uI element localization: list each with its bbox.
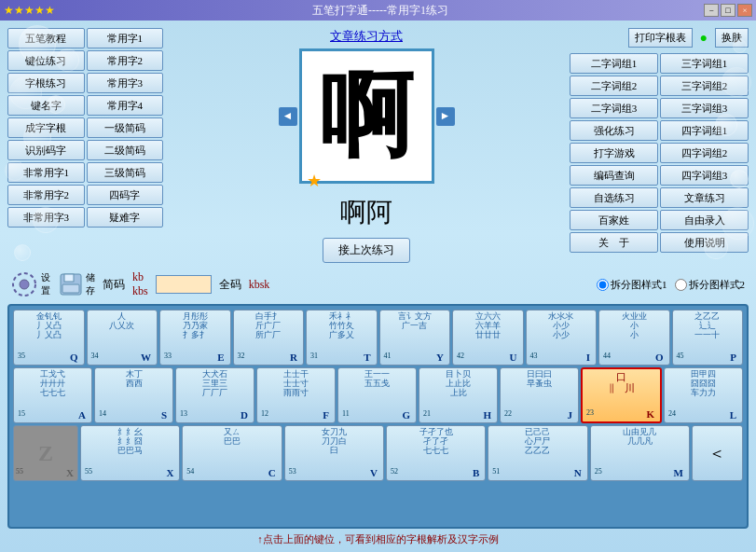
save-icon-area[interactable]: 储存 — [58, 271, 95, 297]
menu-row-6: 识别码字 二级简码 — [7, 140, 163, 160]
practice-mode-link[interactable]: 文章练习方式 — [330, 28, 403, 45]
menu-btn-sizici2[interactable]: 四字词组2 — [660, 143, 749, 163]
menu-btn-changyong3[interactable]: 常用字3 — [87, 73, 164, 93]
right-menu: 打印字根表 打印字根表 ● 换肤 二字词组1 三字词组1 二字词组2 三字词组2… — [566, 24, 752, 267]
menu-row-1: 五笔教程 常用字1 — [7, 28, 163, 48]
key-z[interactable]: Z 55 X — [13, 425, 78, 481]
key-n[interactable]: 已己己心尸尸乙乙乙 51 N — [488, 425, 587, 481]
menu-btn-sizici1[interactable]: 四字词组1 — [660, 120, 749, 141]
menu-btn-shiyong[interactable]: 使用说明 — [660, 232, 749, 253]
close-button[interactable]: × — [737, 4, 752, 17]
key-r[interactable]: 白手扌斤广厂所广厂 32 R — [233, 310, 305, 366]
menu-btn-yiji[interactable]: 一级简码 — [87, 117, 164, 138]
menu-btn-erzici1[interactable]: 二字词组1 — [570, 53, 658, 74]
key-l[interactable]: 田甲四囧囧囧车力力 24 L — [664, 367, 743, 423]
key-p[interactable]: 之乙乙辶辶一一十 45 P — [672, 310, 744, 366]
key-t[interactable]: 禾礻礻竹竹夂广多乂 31 T — [306, 310, 378, 366]
menu-btn-changyong4[interactable]: 常用字4 — [87, 95, 164, 116]
continue-practice-button[interactable]: 接上次练习 — [323, 238, 410, 263]
key-comma[interactable]: ＜ — [692, 425, 743, 481]
settings-label: 设置 — [41, 271, 50, 297]
settings-icon[interactable] — [11, 271, 37, 297]
svg-point-0 — [20, 280, 29, 289]
menu-btn-jianwei[interactable]: 键位练习 — [7, 50, 85, 71]
key-g[interactable]: 王一一五五戋 11 G — [337, 367, 417, 423]
swap-skin-button[interactable]: 换肤 — [715, 28, 749, 48]
menu-btn-ziyou[interactable]: 自由录入 — [660, 210, 749, 230]
menu-btn-changyong1[interactable]: 常用字1 — [87, 28, 164, 48]
menu-btn-sanji[interactable]: 三级简码 — [87, 162, 164, 183]
simpl-code-value: kbkbs — [132, 270, 148, 298]
radio-group: 拆分图样式1 拆分图样式2 — [597, 278, 745, 292]
star-icon: ★ — [307, 171, 322, 191]
key-i[interactable]: 水氺氺小少小少 43 I — [526, 310, 598, 366]
menu-btn-erzici3[interactable]: 二字词组3 — [570, 98, 658, 118]
keyboard-area: 金钆钆丿乂凸丿乂凸 35 Q 人八乂次 34 W 月彤彤乃乃家扌多扌 33 E — [7, 304, 749, 529]
radio-style2-input[interactable] — [675, 279, 687, 291]
menu-btn-shibie码[interactable]: 识别码字 — [7, 140, 85, 160]
code-input-field[interactable] — [156, 275, 212, 294]
key-d[interactable]: 大犬石三里三厂厂厂 13 D — [175, 367, 254, 423]
menu-btn-zigen[interactable]: 字根练习 — [7, 73, 85, 93]
menu-btn-feichang3[interactable]: 非常用字3 — [7, 207, 85, 228]
title-stars: ★★★★★ — [4, 4, 55, 18]
radio-style1[interactable]: 拆分图样式1 — [597, 278, 667, 292]
top-section: 五笔教程 常用字1 键位练习 常用字2 字根练习 常用字3 键名字 常用字4 成… — [4, 24, 752, 267]
char-label: 啊阿 — [340, 195, 392, 230]
key-m[interactable]: 山由见几几几凡 25 M — [590, 425, 690, 481]
key-a[interactable]: 工戈弋廾廾廾七七七 15 A — [13, 367, 92, 423]
menu-btn-chengzi[interactable]: 成字字根 — [7, 117, 85, 138]
print-button[interactable]: 打印字根表 — [628, 28, 693, 48]
radio-style2[interactable]: 拆分图样式2 — [675, 278, 746, 292]
right-menu-row-6: 编码查询 四字词组3 — [570, 165, 749, 186]
menu-btn-bianchaxun[interactable]: 编码查询 — [570, 165, 658, 186]
menu-btn-sanzici3[interactable]: 三字词组3 — [660, 98, 749, 118]
radio-style1-input[interactable] — [597, 279, 609, 291]
maximize-button[interactable]: □ — [721, 4, 735, 17]
right-menu-row-8: 百家姓 自由录入 — [570, 210, 749, 230]
key-k[interactable]: 口‖ 川 23 K — [581, 367, 662, 423]
menu-btn-feichang2[interactable]: 非常用字2 — [7, 185, 85, 205]
kb-row-2: 工戈弋廾廾廾七七七 15 A 木丁西西 14 S 大犬石三里三厂厂厂 13 D — [13, 367, 743, 423]
key-q[interactable]: 金钆钆丿乂凸丿乂凸 35 Q — [13, 310, 85, 366]
menu-btn-daziyouxi[interactable]: 打字游戏 — [570, 143, 658, 163]
menu-btn-erji[interactable]: 二级简码 — [87, 140, 164, 160]
menu-row-7: 非常用字1 三级简码 — [7, 162, 163, 183]
menu-btn-changyong2[interactable]: 常用字2 — [87, 50, 164, 71]
key-x[interactable]: 纟纟幺纟纟囧巴巴马 55 X — [80, 425, 180, 481]
save-icon — [58, 271, 84, 297]
menu-btn-sima[interactable]: 四码字 — [87, 185, 164, 205]
code-bar: 设置 储存 简码 kbkbs 全码 kbsk 拆分图样式1 拆分图样式2 — [4, 267, 752, 302]
menu-btn-feichang1[interactable]: 非常用字1 — [7, 162, 85, 183]
key-h[interactable]: 目卜贝上止比上比 21 H — [419, 367, 498, 423]
menu-btn-sanzici1[interactable]: 三字词组1 — [660, 53, 749, 74]
menu-btn-wenzhang[interactable]: 文章练习 — [660, 187, 749, 208]
key-j[interactable]: 日曰曰早蚤虫 22 J — [500, 367, 579, 423]
next-char-button[interactable]: ► — [436, 107, 455, 126]
menu-btn-qianghua[interactable]: 强化练习 — [570, 120, 658, 141]
key-v[interactable]: 女刀九刀刀白臼 53 V — [284, 425, 384, 481]
prev-char-button[interactable]: ◄ — [279, 107, 297, 126]
menu-btn-yinan[interactable]: 疑难字 — [87, 207, 164, 228]
menu-btn-sanzici2[interactable]: 三字词组2 — [660, 76, 749, 96]
key-c[interactable]: 又ㄙ巴巴 54 C — [182, 425, 282, 481]
key-e[interactable]: 月彤彤乃乃家扌多扌 33 E — [159, 310, 231, 366]
minimize-button[interactable]: − — [704, 4, 719, 17]
menu-btn-wubishaojiao[interactable]: 五笔教程 — [7, 28, 85, 48]
key-o[interactable]: 火业业小小 44 O — [598, 310, 670, 366]
menu-btn-zixuan[interactable]: 自选练习 — [570, 187, 658, 208]
key-y[interactable]: 言讠文方广一吉 41 Y — [379, 310, 451, 366]
key-f[interactable]: 土士干士士寸雨雨寸 12 F — [256, 367, 336, 423]
key-b[interactable]: 子孑了也孑了孑七七七 52 B — [386, 425, 486, 481]
right-menu-row-2: 二字词组2 三字词组2 — [570, 76, 749, 96]
key-s[interactable]: 木丁西西 14 S — [94, 367, 173, 423]
menu-btn-guanyu[interactable]: 关 于 — [570, 232, 658, 253]
key-u[interactable]: 立六六六羊羊廿廿廿 42 U — [452, 310, 524, 366]
full-code-label: 全码 — [219, 277, 241, 293]
menu-btn-baixiaxing[interactable]: 百家姓 — [570, 210, 658, 230]
menu-btn-jianming[interactable]: 键名字 — [7, 95, 85, 116]
menu-btn-sizici3[interactable]: 四字词组3 — [660, 165, 749, 186]
right-menu-row-3: 二字词组3 三字词组3 — [570, 98, 749, 118]
menu-btn-erzici2[interactable]: 二字词组2 — [570, 76, 658, 96]
key-w[interactable]: 人八乂次 34 W — [87, 310, 158, 366]
